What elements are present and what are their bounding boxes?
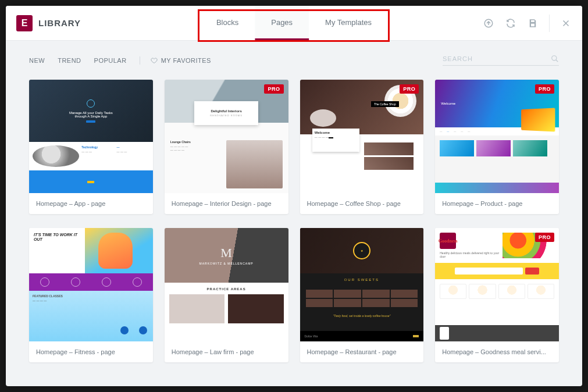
thumb-text: Welcome bbox=[315, 131, 357, 134]
thumb-text: Welcome bbox=[441, 102, 455, 105]
modal-header: E LIBRARY Blocks Pages My Templates bbox=[6, 6, 582, 41]
thumb-text: FEATURED CLASSES bbox=[33, 294, 149, 298]
template-title: Homepage – Coffee Shop - page bbox=[300, 193, 424, 214]
thumb-text: Dolce Vita bbox=[305, 334, 318, 338]
search-input[interactable] bbox=[443, 55, 551, 62]
pro-badge: PRO bbox=[535, 84, 554, 94]
sync-icon[interactable] bbox=[505, 17, 516, 29]
close-icon[interactable] bbox=[560, 17, 572, 29]
template-title: Homepage – Product - page bbox=[435, 193, 559, 214]
filter-popular[interactable]: POPULAR bbox=[94, 57, 127, 64]
elementor-logo-icon: E bbox=[16, 15, 33, 31]
thumb-text: MARKOWITZ & MELLENCAMP bbox=[199, 262, 254, 265]
tab-blocks[interactable]: Blocks bbox=[200, 6, 255, 40]
thumb-text: Technology bbox=[81, 145, 114, 149]
thumb-text: PRACTICE AREAS bbox=[169, 287, 284, 291]
filter-new[interactable]: NEW bbox=[29, 57, 45, 64]
thumb-text: Delightful Interiors bbox=[211, 109, 241, 113]
template-thumbnail: IT'S TIME TO WORK IT OUT FEATURED CLASSE… bbox=[29, 228, 153, 341]
template-thumbnail: PRO Welcome ————— bbox=[435, 80, 559, 193]
template-thumbnail: ★ OUR SWEETS "Tasty food, set inside a l… bbox=[300, 228, 424, 341]
template-card[interactable]: PRO GoodnessHealthy delicious meals deli… bbox=[435, 228, 559, 362]
template-thumbnail: PRO The Coffee Shop Welcome— — — — bbox=[300, 80, 424, 193]
template-thumbnail: MMARKOWITZ & MELLENCAMP PRACTICE AREAS bbox=[165, 228, 288, 341]
template-card[interactable]: MMARKOWITZ & MELLENCAMP PRACTICE AREAS H… bbox=[165, 228, 288, 362]
template-card[interactable]: IT'S TIME TO WORK IT OUT FEATURED CLASSE… bbox=[29, 228, 153, 362]
template-card[interactable]: PRO Delightful InteriorsRENOVATED ROOMS … bbox=[165, 80, 288, 214]
template-thumbnail: PRO Delightful InteriorsRENOVATED ROOMS … bbox=[165, 80, 288, 193]
pro-badge: PRO bbox=[264, 84, 283, 94]
svg-point-1 bbox=[552, 56, 557, 60]
thumb-text: through A Single App bbox=[75, 115, 108, 118]
filter-separator bbox=[140, 56, 140, 65]
filter-favorites[interactable]: MY FAVORITES bbox=[151, 57, 211, 64]
header-tabs: Blocks Pages My Templates bbox=[200, 6, 388, 40]
template-card[interactable]: Manage All your Daily Tasksthrough A Sin… bbox=[29, 80, 153, 214]
pro-badge: PRO bbox=[400, 84, 419, 94]
thumb-text: The Coffee Shop bbox=[371, 101, 399, 107]
search-field[interactable] bbox=[443, 55, 559, 66]
thumb-text: Goodness bbox=[440, 233, 456, 249]
template-card[interactable]: PRO Welcome ————— Homepage – Product - p… bbox=[435, 80, 559, 214]
template-card[interactable]: ★ OUR SWEETS "Tasty food, set inside a l… bbox=[300, 228, 424, 362]
upload-icon[interactable] bbox=[483, 17, 494, 29]
template-title: Homepage – Law firm - page bbox=[165, 341, 288, 362]
template-title: Homepage – App - page bbox=[29, 193, 153, 214]
template-title: Homepage – Goodness meal servi... bbox=[435, 341, 559, 362]
thumb-text: Healthy delicious meals delivered right … bbox=[440, 251, 503, 258]
logo-area: E LIBRARY bbox=[16, 15, 81, 31]
template-thumbnail: Manage All your Daily Tasksthrough A Sin… bbox=[29, 80, 153, 193]
template-title: Homepage – Restaurant - page bbox=[300, 341, 424, 362]
filter-bar: NEW TREND POPULAR MY FAVORITES bbox=[6, 41, 582, 73]
template-title: Homepage – Interior Design - page bbox=[165, 193, 288, 214]
template-title: Homepage – Fitness - page bbox=[29, 341, 153, 362]
library-title: LIBRARY bbox=[38, 18, 81, 28]
tab-my-templates[interactable]: My Templates bbox=[309, 6, 388, 40]
templates-grid: Manage All your Daily Tasksthrough A Sin… bbox=[6, 73, 582, 380]
thumb-text: OUR SWEETS bbox=[306, 278, 418, 281]
tab-pages[interactable]: Pages bbox=[255, 6, 309, 40]
template-card[interactable]: PRO The Coffee Shop Welcome— — — — Homep… bbox=[300, 80, 424, 214]
thumb-text: IT'S TIME TO WORK IT OUT bbox=[29, 228, 85, 273]
heart-icon bbox=[151, 57, 158, 64]
template-thumbnail: PRO GoodnessHealthy delicious meals deli… bbox=[435, 228, 559, 341]
header-divider bbox=[549, 15, 550, 32]
content-area[interactable]: NEW TREND POPULAR MY FAVORITES Manage Al… bbox=[6, 41, 582, 386]
filter-trend[interactable]: TREND bbox=[58, 57, 81, 64]
save-icon[interactable] bbox=[527, 17, 539, 29]
favorites-label: MY FAVORITES bbox=[161, 57, 211, 64]
header-actions bbox=[483, 15, 572, 32]
thumb-text: "Tasty food, set inside a lovely coffee … bbox=[300, 312, 424, 320]
library-modal: E LIBRARY Blocks Pages My Templates bbox=[6, 6, 582, 386]
thumb-text: Lounge Chairs bbox=[170, 140, 222, 144]
search-icon bbox=[551, 55, 559, 63]
pro-badge: PRO bbox=[535, 233, 554, 242]
thumb-text: RENOVATED ROOMS bbox=[210, 114, 243, 117]
